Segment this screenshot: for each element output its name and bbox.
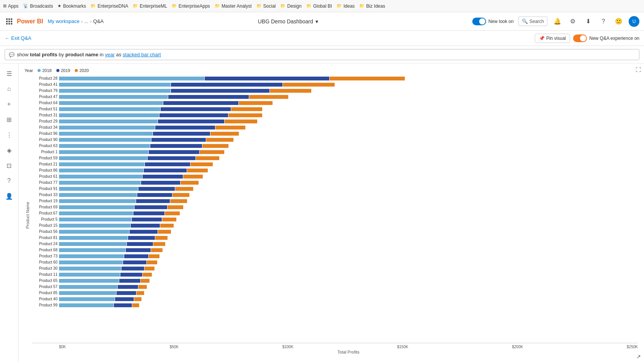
new-qna-toggle-switch[interactable] bbox=[573, 34, 587, 42]
main-toolbar: Power BI My workspace › ... › Q&A UBG De… bbox=[0, 12, 644, 31]
sidebar-item-data-hub[interactable]: ⋮ bbox=[2, 128, 16, 142]
bar-row: Product 79 bbox=[59, 88, 638, 93]
bar-label: Product 30 bbox=[32, 266, 58, 271]
legend-2019: 2019 bbox=[56, 68, 70, 73]
bar-label: Product 69 bbox=[32, 205, 58, 210]
sidebar-item-metrics[interactable]: ◈ bbox=[2, 143, 16, 157]
bar-row: Product 51 bbox=[59, 106, 638, 112]
waffle-icon[interactable] bbox=[5, 17, 14, 26]
x-tick: $250K bbox=[627, 345, 638, 349]
bookmark-item-global-bi[interactable]: 📁Global BI bbox=[306, 3, 332, 9]
bar-row: Product 40 bbox=[59, 296, 638, 302]
dashboard-title[interactable]: UBG Demo Dashboard ▾ bbox=[255, 17, 321, 26]
svg-rect-8 bbox=[11, 23, 12, 25]
bar-label: Product 63 bbox=[32, 143, 58, 149]
sidebar-item-home[interactable]: ⌂ bbox=[2, 82, 16, 96]
bar-row: Product 15 bbox=[59, 223, 638, 228]
svg-rect-7 bbox=[8, 23, 10, 25]
bookmark-item-broadcasts[interactable]: 📡Broadcasts bbox=[23, 3, 53, 9]
bar-row: Product 30 bbox=[59, 266, 638, 271]
bar-label: Product 21 bbox=[32, 162, 58, 167]
bookmark-item-enterprise-dna[interactable]: 📁EnterpriseDNA bbox=[90, 3, 128, 9]
bar-row: Product 1 bbox=[59, 149, 638, 155]
search-box[interactable]: 🔍 Search bbox=[518, 16, 547, 26]
query-icon: 💬 bbox=[9, 52, 15, 57]
bar-row: Product 47 bbox=[59, 94, 638, 100]
bar-label: Product 73 bbox=[32, 254, 58, 259]
bar-label: Product 40 bbox=[32, 296, 58, 302]
bar-label: Product 68 bbox=[32, 247, 58, 253]
sidebar-item-create[interactable]: + bbox=[2, 97, 16, 111]
bookmark-item-bookmarks[interactable]: ★Bookmarks bbox=[58, 3, 86, 9]
bookmark-item-apps[interactable]: ⊞Apps bbox=[3, 3, 18, 9]
bar-row: Product 59 bbox=[59, 156, 638, 161]
bar-label: Product 65 bbox=[32, 278, 58, 283]
breadcrumb: My workspace › ... › Q&A bbox=[48, 18, 104, 24]
bookmark-item-ideas[interactable]: 📁Ideas bbox=[337, 3, 355, 9]
pin-visual-button[interactable]: 📌 Pin visual bbox=[535, 34, 570, 43]
sidebar-item-user[interactable]: 👤 bbox=[2, 189, 16, 203]
bar-row: Product 64 bbox=[59, 100, 638, 106]
toolbar-center: UBG Demo Dashboard ▾ bbox=[107, 17, 469, 26]
bar-row: Product 34 bbox=[59, 125, 638, 130]
new-look-toggle: New look on bbox=[472, 18, 514, 25]
settings-icon[interactable]: ⚙ bbox=[567, 16, 578, 27]
qna-bar: ← Exit Q&A 📌 Pin visual New Q&A experien… bbox=[0, 31, 644, 46]
bar-label: Product 34 bbox=[32, 125, 58, 130]
fullscreen-icon[interactable]: ↗ bbox=[636, 354, 641, 360]
bookmark-item-social[interactable]: 📁Social bbox=[256, 3, 276, 9]
bar-row: Product 19 bbox=[59, 198, 638, 204]
bar-label: Product 1 bbox=[32, 149, 58, 155]
bookmark-item-biz-ideas[interactable]: 📁Biz Ideas bbox=[359, 3, 385, 9]
more-btn[interactable]: ... bbox=[84, 18, 89, 24]
chart-area: Year 2018 2019 2020 Product Name Product… bbox=[18, 64, 644, 362]
new-look-toggle-switch[interactable] bbox=[472, 18, 486, 25]
expand-icon[interactable]: ⛶ bbox=[636, 67, 641, 73]
bar-label: Product 5 bbox=[32, 217, 58, 222]
x-tick: $150K bbox=[397, 345, 408, 349]
bar-row: Product 68 bbox=[59, 247, 638, 253]
legend-2020: 2020 bbox=[75, 68, 89, 73]
bar-label: Product 64 bbox=[32, 100, 58, 106]
bar-label: Product 33 bbox=[32, 192, 58, 198]
notification-icon[interactable]: 🔔 bbox=[552, 16, 563, 27]
svg-rect-0 bbox=[6, 18, 8, 20]
svg-rect-3 bbox=[6, 21, 8, 22]
query-text: show total profits by product name in ye… bbox=[17, 52, 161, 57]
sidebar-item-learn[interactable]: ? bbox=[2, 174, 16, 188]
bookmark-item-master-analyst[interactable]: 📁Master Analyst bbox=[215, 3, 252, 9]
bookmark-item-enterprise-ml[interactable]: 📁EnterpriseML bbox=[133, 3, 167, 9]
help-icon[interactable]: ? bbox=[598, 16, 609, 27]
bar-label: Product 31 bbox=[32, 113, 58, 118]
exit-qna-button[interactable]: ← Exit Q&A bbox=[5, 35, 31, 41]
bar-row: Product 99 bbox=[59, 303, 638, 308]
bar-label: Product 59 bbox=[32, 156, 58, 161]
bookmark-item-enterprise-apps[interactable]: 📁EnterpriseApps bbox=[172, 3, 210, 9]
bar-label: Product 57 bbox=[32, 284, 58, 290]
query-input[interactable]: 💬 show total profits by product name in … bbox=[5, 49, 639, 60]
feedback-icon[interactable]: 🙂 bbox=[613, 16, 624, 27]
bookmark-item-design[interactable]: 📁Design bbox=[280, 3, 301, 9]
chart-legend: Year 2018 2019 2020 bbox=[25, 68, 638, 73]
download-icon[interactable]: ⬇ bbox=[583, 16, 593, 27]
pin-icon: 📌 bbox=[539, 36, 545, 41]
bar-row: Product 73 bbox=[59, 254, 638, 259]
new-qna-toggle: New Q&A experience on bbox=[573, 34, 639, 42]
svg-rect-1 bbox=[8, 18, 10, 20]
bar-label: Product 56 bbox=[32, 229, 58, 234]
bar-label: Product 47 bbox=[32, 94, 58, 100]
bar-label: Product 19 bbox=[32, 198, 58, 204]
legend-2018: 2018 bbox=[38, 68, 51, 73]
bar-row: Product 77 bbox=[59, 180, 638, 185]
avatar[interactable]: U bbox=[629, 16, 639, 27]
sidebar-item-apps-nav[interactable]: ⊡ bbox=[2, 159, 16, 172]
bar-row: Product 63 bbox=[59, 143, 638, 149]
x-tick: $50K bbox=[169, 345, 178, 349]
sidebar-item-menu[interactable]: ☰ bbox=[2, 67, 16, 80]
sidebar-item-browse[interactable]: ⊞ bbox=[2, 113, 16, 126]
bar-label: Product 79 bbox=[32, 88, 58, 93]
bar-label: Product 90 bbox=[32, 137, 58, 143]
workspace-link[interactable]: My workspace bbox=[48, 18, 79, 24]
bar-label: Product 77 bbox=[32, 180, 58, 185]
bar-label: Product 67 bbox=[32, 211, 58, 216]
